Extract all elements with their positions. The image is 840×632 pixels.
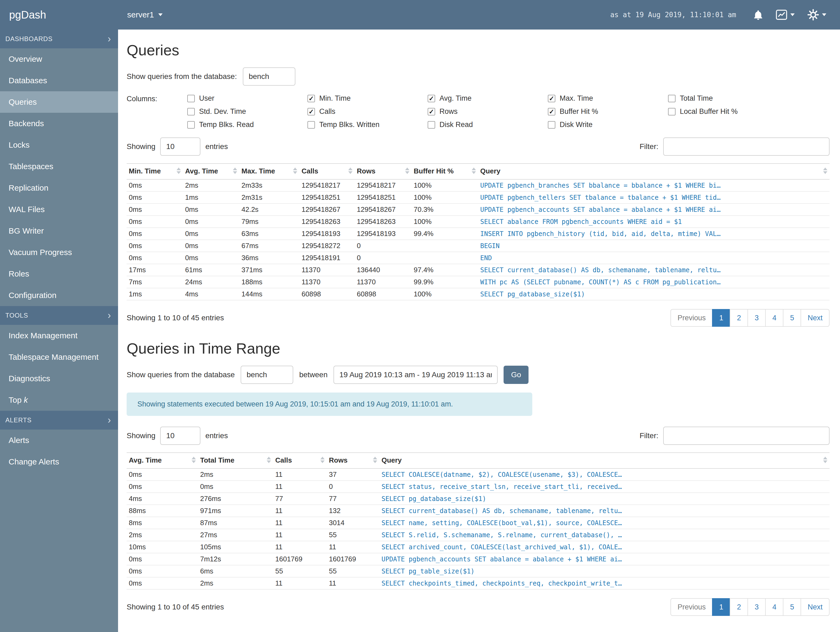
table-row[interactable]: 0ms0ms67ms12954182720BEGIN: [126, 240, 829, 252]
pagination-previous[interactable]: Previous: [671, 309, 712, 327]
sort-icon[interactable]: [405, 168, 409, 176]
column-header-avg-time[interactable]: Avg. Time: [183, 163, 239, 179]
column-header-avg-time[interactable]: Avg. Time: [126, 453, 198, 469]
column-header-rows[interactable]: Rows: [327, 453, 379, 469]
pagination-next[interactable]: Next: [801, 309, 829, 327]
sidebar-item-index-management[interactable]: Index Management: [0, 325, 118, 346]
query-cell[interactable]: UPDATE pgbench_accounts SET abalance = a…: [379, 553, 829, 565]
database-input[interactable]: [241, 366, 293, 384]
column-header-rows[interactable]: Rows: [355, 163, 412, 179]
database-input[interactable]: [243, 67, 295, 86]
column-header-calls[interactable]: Calls: [299, 163, 355, 179]
sort-icon[interactable]: [321, 457, 325, 465]
pagination-page-4[interactable]: 4: [765, 309, 783, 327]
sort-icon[interactable]: [348, 168, 352, 176]
sidebar-item-change-alerts[interactable]: Change Alerts: [0, 451, 118, 472]
column-checkbox-avg-time[interactable]: ✓Avg. Time: [428, 94, 548, 103]
sidebar-item-top[interactable]: Top k: [0, 389, 118, 411]
pagination-page-3[interactable]: 3: [747, 309, 766, 327]
table-row[interactable]: 0ms0ms63ms1295418193129541819399.4%INSER…: [126, 228, 829, 240]
entries-count-input[interactable]: [160, 427, 201, 445]
sort-icon[interactable]: [373, 457, 377, 465]
column-checkbox-calls[interactable]: ✓Calls: [308, 108, 428, 116]
table-row[interactable]: 88ms971ms11132SELECT current_database() …: [126, 505, 829, 517]
pagination-page-5[interactable]: 5: [783, 309, 801, 327]
sort-icon[interactable]: [191, 457, 196, 465]
server-dropdown[interactable]: server1: [127, 10, 163, 19]
column-checkbox-max-time[interactable]: ✓Max. Time: [548, 94, 668, 103]
table-row[interactable]: 0ms0ms79ms12954182631295418263100%SELECT…: [126, 215, 829, 228]
column-header-buffer-hit[interactable]: Buffer Hit %: [412, 163, 478, 179]
query-cell[interactable]: UPDATE pgbench_tellers SET tbalance = tb…: [478, 192, 829, 203]
sidebar-item-overview[interactable]: Overview: [0, 48, 118, 70]
column-checkbox-disk-write[interactable]: Disk Write: [548, 120, 668, 129]
column-header-min-time[interactable]: Min. Time: [126, 163, 183, 179]
pagination-page-2[interactable]: 2: [730, 598, 748, 616]
sort-icon[interactable]: [267, 457, 271, 465]
sidebar-section-alerts[interactable]: ALERTS›: [0, 411, 118, 429]
table-row[interactable]: 4ms276ms7777SELECT pg_database_size($1): [126, 493, 829, 505]
column-checkbox-total-time[interactable]: Total Time: [668, 94, 788, 103]
column-checkbox-local-buffer-hit[interactable]: Local Buffer Hit %: [668, 108, 788, 116]
table-row[interactable]: 0ms6ms5555SELECT pg_table_size($1): [126, 565, 829, 577]
column-checkbox-min-time[interactable]: ✓Min. Time: [308, 94, 428, 103]
table-row[interactable]: 0ms2ms1137SELECT COALESCE(datname, $2), …: [126, 469, 829, 481]
query-cell[interactable]: SELECT abalance FROM pgbench_accounts WH…: [478, 215, 829, 228]
table-row[interactable]: 17ms61ms371ms1137013644097.4%SELECT curr…: [126, 264, 829, 276]
pagination-page-1[interactable]: 1: [712, 598, 730, 616]
pagination-page-5[interactable]: 5: [783, 598, 801, 616]
sidebar-item-replication[interactable]: Replication: [0, 177, 118, 199]
query-cell[interactable]: INSERT INTO pgbench_history (tid, bid, a…: [478, 228, 829, 240]
sidebar-item-databases[interactable]: Databases: [0, 70, 118, 91]
table-row[interactable]: 1ms4ms144ms6089860898100%SELECT pg_datab…: [126, 288, 829, 300]
sidebar-item-alerts[interactable]: Alerts: [0, 429, 118, 451]
notifications-bell-icon[interactable]: [753, 10, 763, 20]
table-row[interactable]: 2ms27ms1155SELECT S.relid, S.schemaname,…: [126, 529, 829, 541]
sort-icon[interactable]: [472, 168, 476, 176]
sidebar-item-configuration[interactable]: Configuration: [0, 285, 118, 306]
pagination-page-2[interactable]: 2: [730, 309, 748, 327]
query-cell[interactable]: SELECT current_database() AS db, scheman…: [478, 264, 829, 276]
sidebar-item-tablespace-management[interactable]: Tablespace Management: [0, 346, 118, 368]
table-row[interactable]: 0ms2ms1111SELECT checkpoints_timed, chec…: [126, 577, 829, 589]
settings-menu[interactable]: [808, 9, 826, 21]
query-cell[interactable]: BEGIN: [478, 240, 829, 252]
pagination-next[interactable]: Next: [801, 598, 829, 616]
query-cell[interactable]: SELECT archived_count, COALESCE(last_arc…: [379, 541, 829, 553]
column-header-max-time[interactable]: Max. Time: [239, 163, 299, 179]
column-checkbox-user[interactable]: User: [187, 94, 308, 103]
table-row[interactable]: 10ms105ms1111SELECT archived_count, COAL…: [126, 541, 829, 553]
column-checkbox-temp-blks-read[interactable]: Temp Blks. Read: [187, 120, 308, 129]
query-cell[interactable]: SELECT S.relid, S.schemaname, S.relname,…: [379, 529, 829, 541]
query-cell[interactable]: SELECT name, setting, COALESCE(boot_val,…: [379, 517, 829, 529]
column-checkbox-buffer-hit[interactable]: ✓Buffer Hit %: [548, 108, 668, 116]
sort-icon[interactable]: [293, 168, 297, 176]
column-checkbox-std-dev-time[interactable]: Std. Dev. Time: [187, 108, 308, 116]
query-cell[interactable]: WITH pc AS (SELECT pubname, COUNT(*) AS …: [478, 276, 829, 288]
sidebar-section-dashboards[interactable]: DASHBOARDS›: [0, 30, 118, 48]
sidebar-item-queries[interactable]: Queries: [0, 91, 118, 113]
table-row[interactable]: 8ms87ms113014SELECT name, setting, COALE…: [126, 517, 829, 529]
sidebar-section-tools[interactable]: TOOLS›: [0, 306, 118, 325]
query-cell[interactable]: SELECT pg_table_size($1): [379, 565, 829, 577]
charts-menu[interactable]: [776, 10, 795, 20]
column-checkbox-temp-blks-written[interactable]: Temp Blks. Written: [308, 120, 428, 129]
query-cell[interactable]: SELECT checkpoints_timed, checkpoints_re…: [379, 577, 829, 589]
sidebar-item-bg-writer[interactable]: BG Writer: [0, 220, 118, 242]
table-row[interactable]: 0ms0ms110SELECT status, receive_start_ls…: [126, 481, 829, 493]
table-row[interactable]: 0ms2ms2m33s12954182171295418217100%UPDAT…: [126, 179, 829, 192]
table-row[interactable]: 0ms7m12s16017691601769UPDATE pgbench_acc…: [126, 553, 829, 565]
query-cell[interactable]: END: [478, 252, 829, 264]
query-cell[interactable]: UPDATE pgbench_branches SET bbalance = b…: [478, 179, 829, 192]
sidebar-item-tablespaces[interactable]: Tablespaces: [0, 156, 118, 177]
query-cell[interactable]: SELECT status, receive_start_lsn, receiv…: [379, 481, 829, 493]
go-button[interactable]: Go: [504, 366, 529, 384]
column-checkbox-disk-read[interactable]: Disk Read: [428, 120, 548, 129]
pagination-previous[interactable]: Previous: [671, 598, 712, 616]
sort-icon[interactable]: [233, 168, 237, 176]
sidebar-item-backends[interactable]: Backends: [0, 113, 118, 134]
query-cell[interactable]: UPDATE pgbench_accounts SET abalance = a…: [478, 203, 829, 215]
pagination-page-1[interactable]: 1: [712, 309, 730, 327]
column-checkbox-rows[interactable]: ✓Rows: [428, 108, 548, 116]
sort-icon[interactable]: [823, 168, 827, 176]
